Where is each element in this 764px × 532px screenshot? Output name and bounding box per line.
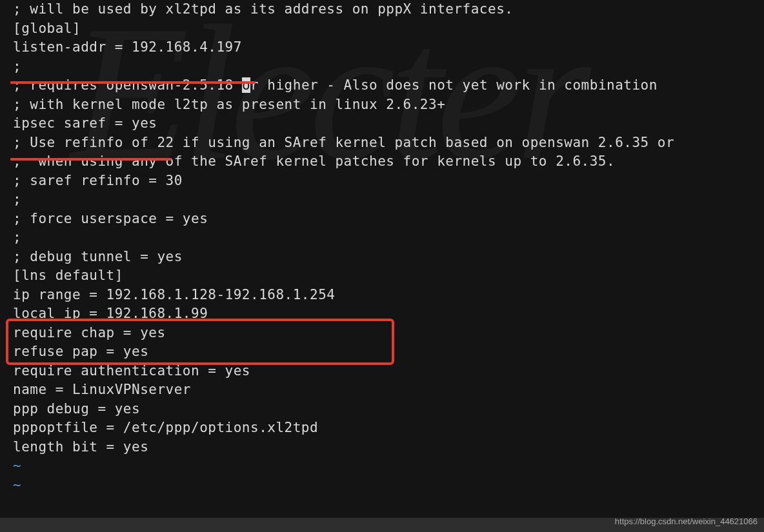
terminal-view[interactable]: Electer ; will be used by xl2tpd as its … [0, 0, 764, 532]
config-line: [global] [13, 19, 764, 39]
config-line: ; requires openswan-2.5.18 or higher - A… [13, 76, 764, 95]
annotation-underline-1 [10, 81, 256, 84]
cursor-highlight: o [242, 77, 250, 93]
text-segment: r higher - Also does not yet work in com… [250, 77, 658, 93]
config-line: require chap = yes [13, 324, 764, 343]
config-line: [lns default] [13, 266, 764, 286]
config-line: require authentication = yes [13, 362, 764, 381]
config-line: ; will be used by xl2tpd as its address … [13, 0, 764, 19]
source-url: https://blog.csdn.net/weixin_44621066 [615, 512, 758, 531]
vim-tilde: ~ [13, 457, 764, 476]
config-line: ; [13, 228, 764, 248]
config-line: ; [13, 190, 764, 210]
config-line: ppp debug = yes [13, 400, 764, 419]
config-line: listen-addr = 192.168.4.197 [13, 38, 764, 57]
config-line: ipsec saref = yes [13, 114, 764, 133]
config-line: ; [13, 57, 764, 77]
config-line: name = LinuxVPNserver [13, 380, 764, 400]
config-line: refuse pap = yes [13, 342, 764, 362]
config-line: ; with kernel mode l2tp as present in li… [13, 95, 764, 115]
annotation-underline-2 [10, 158, 172, 161]
config-line: ; when using any of the SAref kernel pat… [13, 152, 764, 172]
vim-tilde: ~ [13, 476, 764, 495]
config-line: ; Use refinfo of 22 if using an SAref ke… [13, 133, 764, 153]
text-segment: ; requires openswan-2.5.18 [13, 77, 242, 93]
config-line: ; force userspace = yes [13, 210, 764, 229]
config-line: pppoptfile = /etc/ppp/options.xl2tpd [13, 419, 764, 438]
config-line: length bit = yes [13, 438, 764, 457]
config-line: ; saref refinfo = 30 [13, 172, 764, 191]
config-line: ; debug tunnel = yes [13, 248, 764, 267]
config-line: local ip = 192.168.1.99 [13, 304, 764, 324]
config-line: ip range = 192.168.1.128-192.168.1.254 [13, 286, 764, 305]
